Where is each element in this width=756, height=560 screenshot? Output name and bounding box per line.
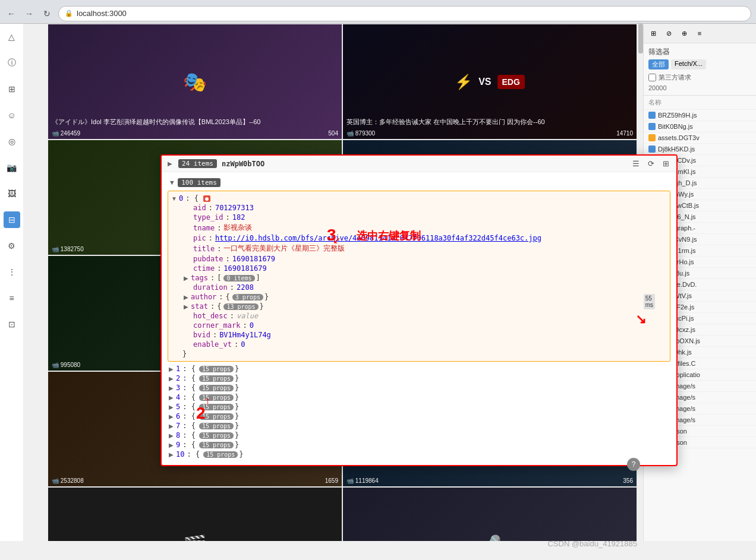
forward-button[interactable]: → (23, 7, 36, 20)
list-item[interactable]: Dj8kH5KD.js (644, 144, 756, 155)
filter-fetch[interactable]: Fetch/X... (671, 59, 706, 69)
item-0-header[interactable]: ▼ 0 : { ● (171, 194, 667, 203)
main-area: △ ⓘ ⊞ ☺ ◎ 📷 🖼 ⊟ ⚙ ⋮ ≡ ⊡ 🎭 (0, 24, 756, 541)
refresh-button[interactable]: ↻ (40, 7, 53, 20)
list-item[interactable]: ▶ 1 : { 15 props } (168, 364, 670, 374)
field-duration: duration : 2208 (182, 283, 667, 292)
field-type-id: type_id : 182 (182, 213, 667, 222)
field-ctime: ctime : 1690181679 (182, 264, 667, 273)
sidebar-users[interactable]: ☺ (4, 107, 20, 124)
video-title-1: 《アイドル》Idol 李艺彤演绎超越时代的偶像传说【BML2023单品】--60 (52, 118, 338, 126)
json-refresh-btn[interactable]: ⟳ (645, 158, 657, 169)
video-card-10[interactable]: 🎤 📹 说出自己的配音身份 (342, 487, 637, 541)
left-sidebar: △ ⓘ ⊞ ☺ ◎ 📷 🖼 ⊟ ⚙ ⋮ ≡ ⊡ (0, 24, 24, 541)
json-path: nzWpW0bTOO (222, 160, 264, 168)
list-item[interactable]: ▶ 4 : { 15 props } (168, 393, 670, 402)
address-bar[interactable]: 🔒 localhost:3000 (58, 6, 751, 21)
field-pic: pic : http://i0.hdslb.com/bfs/archive/4e… (182, 233, 667, 243)
item-0-close: } (182, 349, 667, 359)
field-corner-mark: corner_mark : 0 (182, 321, 667, 330)
right-toolbar: ⊞ ⊘ ⊕ ≡ (644, 24, 756, 43)
file-list-header: 名称 (644, 96, 756, 110)
url-text: localhost:3000 (77, 9, 127, 18)
ms-indicator: 55ms (644, 294, 655, 309)
list-item[interactable]: ▶ 6 : { 15 props } (168, 412, 670, 421)
json-actions: ☰ ⟳ ⊞ (630, 158, 672, 169)
list-item[interactable]: ▶ 5 : { 15 props } (168, 402, 670, 412)
view-count-1: 📹 246459 (52, 130, 80, 137)
item-0-expand[interactable]: ▼ (171, 195, 178, 202)
json-expand-all-btn[interactable]: ⊞ (660, 158, 672, 169)
list-item[interactable]: ▶ 8 : { 15 props } (168, 431, 670, 440)
item-0-badge: ● (203, 195, 210, 202)
list-item[interactable]: ▶ 2 : { 15 props } (168, 374, 670, 383)
collapsed-rows: ▶ 1 : { 15 props }▶ 2 : { 15 props }▶ 3 … (168, 364, 670, 459)
sidebar-filter[interactable]: ≡ (4, 290, 20, 306)
sidebar-grid[interactable]: ⊟ (4, 211, 20, 228)
list-item[interactable]: assets.DGT3v (644, 132, 756, 144)
filter-all[interactable]: 全部 (648, 59, 669, 69)
field-author[interactable]: ▶ author : { 3 props } (182, 292, 667, 302)
lock-icon: 🔒 (65, 10, 73, 17)
list-item[interactable]: BitK0BNg.js (644, 121, 756, 132)
third-party-checkbox[interactable]: 第三方请求 (648, 72, 751, 83)
json-header: ▶ 24 items nzWpW0bTOO ☰ ⟳ ⊞ (162, 156, 676, 172)
view-count-8: 📹 1119864 (346, 477, 379, 484)
rt-btn-1[interactable]: ⊞ (646, 26, 660, 40)
filter-label: 筛选器 (648, 47, 670, 57)
field-aid: aid : 701297313 (182, 203, 667, 213)
rt-btn-2[interactable]: ⊘ (662, 26, 676, 40)
scroll-thumb[interactable] (638, 24, 643, 53)
help-button[interactable]: ? (627, 458, 640, 471)
item-0-fields: aid : 701297313 type_id : 182 tname : (171, 203, 667, 359)
field-tags[interactable]: ▶ tags : [ 0 items ] (182, 273, 667, 283)
json-expand-btn[interactable]: ▶ (166, 160, 174, 167)
field-hot-desc: hot_desc : value (182, 311, 667, 321)
view-count-3: 📹 1382750 (52, 246, 84, 252)
item-0-container: ▼ 0 : { ● aid : 701297313 type_id (168, 191, 670, 362)
count-display: 20000 (648, 84, 751, 91)
filter-header: 筛选器 (648, 47, 751, 57)
root-count: ▼ 100 items (168, 177, 670, 188)
sidebar-elements[interactable]: ⊞ (4, 81, 20, 97)
list-item[interactable]: ▶ 9 : { 15 props } (168, 440, 670, 450)
video-card-1[interactable]: 🎭 《アイドル》Idol 李艺彤演绎超越时代的偶像传说【BML2023单品】--… (48, 24, 342, 140)
field-stat[interactable]: ▶ stat : { 13 props } (182, 302, 667, 311)
filter-section: 筛选器 全部 Fetch/X... 第三方请求 20000 (644, 43, 756, 96)
list-item[interactable]: ▶ 3 : { 15 props } (168, 383, 670, 393)
collapsed-items: // Will be populated dynamically ▶ 1 : {… (168, 364, 670, 459)
list-item[interactable]: ▶ 10 : { 15 props } (168, 450, 670, 459)
sidebar-more[interactable]: ⋮ (4, 264, 20, 280)
list-item[interactable]: ▶ 7 : { 15 props } (168, 421, 670, 431)
duration-7: 1659 (325, 477, 338, 484)
sidebar-network[interactable]: ◎ (4, 133, 20, 150)
json-copy-btn[interactable]: ☰ (630, 158, 642, 169)
sidebar-logo[interactable]: △ (4, 29, 20, 45)
field-title: title : 一口气看完美剧大片《星期三》完整版 (182, 243, 667, 254)
field-pubdate: pubdate : 1690181679 (182, 254, 667, 264)
rt-btn-4[interactable]: ≡ (692, 26, 707, 40)
rt-btn-3[interactable]: ⊕ (677, 26, 691, 40)
author-expand[interactable]: ▶ (182, 294, 190, 300)
field-bvid: bvid : BV1Hm4y1L74g (182, 330, 667, 340)
video-title-2: 英国博主：多年经验告诫大家 在中国晚上千万不要出门 因为你会--60 (346, 118, 633, 126)
sidebar-info[interactable]: ⓘ (4, 55, 20, 71)
video-card-9[interactable]: 🎬 📹 不敢看这个视频... (48, 487, 342, 541)
video-card-2[interactable]: ⚡ VS EDG 英国博主：多年经验告诫大家 在中国晚上千万不要出门 因为你会-… (342, 24, 637, 140)
sidebar-camera[interactable]: 📷 (4, 159, 20, 176)
page-wrapper: ← → ↻ 🔒 localhost:3000 △ ⓘ ⊞ ☺ ◎ 📷 🖼 ⊟ ⚙… (0, 0, 756, 560)
third-party-input[interactable] (648, 74, 656, 81)
stat-expand[interactable]: ▶ (182, 303, 190, 310)
browser-chrome: ← → ↻ 🔒 localhost:3000 (0, 0, 756, 24)
list-item[interactable]: BRZ59h9H.js (644, 110, 756, 121)
duration-1: 504 (328, 130, 338, 137)
sidebar-grid2[interactable]: ⊡ (4, 316, 20, 333)
tags-expand[interactable]: ▶ (182, 275, 190, 281)
items-badge: 24 items (178, 159, 217, 168)
sidebar-image[interactable]: 🖼 (4, 185, 20, 202)
sidebar-settings[interactable]: ⚙ (4, 238, 20, 254)
back-button[interactable]: ← (5, 7, 18, 20)
view-count-7: 📹 2532808 (52, 477, 84, 484)
duration-8: 356 (623, 477, 633, 484)
duration-2: 14710 (616, 130, 633, 137)
